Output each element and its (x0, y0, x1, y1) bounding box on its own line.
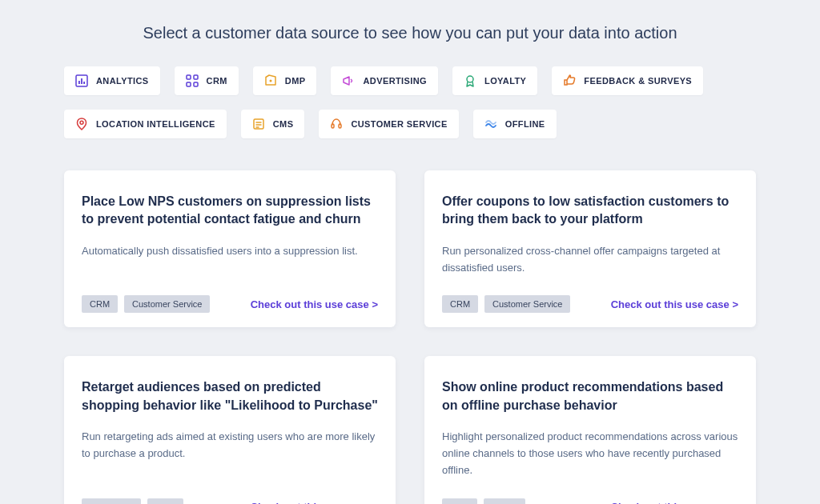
tag[interactable]: Advertising (82, 498, 141, 504)
filter-dmp[interactable]: DMP (253, 66, 317, 95)
card-description: Highlight personalized product recommend… (442, 429, 738, 478)
use-case-card: Retarget audiences based on predicted sh… (64, 356, 396, 504)
use-case-card: Place Low NPS customers on suppression l… (64, 170, 396, 327)
filter-label: OFFLINE (505, 119, 545, 129)
location-icon (75, 118, 88, 130)
svg-rect-3 (83, 82, 85, 84)
loyalty-icon (464, 74, 476, 87)
filter-offline[interactable]: OFFLINE (473, 110, 557, 138)
check-out-use-case-link[interactable]: Check out this use case > (611, 298, 738, 310)
filter-label: CRM (207, 76, 227, 86)
feedback-icon (563, 74, 576, 87)
filter-feedback-surveys[interactable]: FEEDBACK & SURVEYS (552, 66, 703, 95)
card-footer: CRMCustomer ServiceCheck out this use ca… (442, 295, 738, 313)
card-description: Automatically push dissatisfied users in… (82, 243, 378, 277)
filter-crm[interactable]: CRM (175, 66, 239, 95)
card-title: Offer coupons to low satisfaction custom… (442, 193, 738, 229)
filter-label: LOCATION INTELLIGENCE (96, 119, 215, 129)
svg-rect-13 (339, 124, 341, 128)
use-case-card: Offer coupons to low satisfaction custom… (424, 170, 756, 327)
filter-customer-service[interactable]: CUSTOMER SERVICE (319, 110, 458, 138)
tag[interactable]: CMS (147, 498, 183, 504)
tag[interactable]: CMS (442, 498, 477, 504)
filter-analytics[interactable]: ANALYTICS (64, 66, 160, 95)
tag[interactable]: Offline (484, 498, 525, 504)
svg-rect-1 (78, 81, 80, 84)
cards-grid: Place Low NPS customers on suppression l… (64, 170, 756, 504)
card-title: Retarget audiences based on predicted sh… (82, 378, 378, 414)
filter-advertising[interactable]: ADVERTISING (331, 66, 438, 95)
card-title: Show online product recommendations base… (442, 378, 738, 414)
svg-rect-12 (332, 124, 334, 128)
check-out-use-case-link[interactable]: Check out this use case > (611, 501, 738, 504)
card-title: Place Low NPS customers on suppression l… (82, 193, 378, 229)
svg-rect-6 (187, 82, 191, 86)
filter-row: ANALYTICSCRMDMPADVERTISINGLOYALTYFEEDBAC… (64, 66, 756, 138)
card-footer: AdvertisingCMSCheck out this use case > (82, 498, 378, 504)
filter-cms[interactable]: CMS (241, 110, 305, 138)
tag-row: CRMCustomer Service (442, 295, 570, 313)
svg-point-9 (467, 76, 473, 82)
svg-point-10 (80, 121, 83, 124)
tag[interactable]: CRM (82, 295, 118, 313)
filter-label: LOYALTY (484, 76, 526, 86)
card-footer: CMSOfflineCheck out this use case > (442, 498, 738, 504)
analytics-icon (75, 74, 88, 87)
filter-loyalty[interactable]: LOYALTY (452, 66, 537, 95)
tag-row: CRMCustomer Service (82, 295, 210, 313)
filter-label: DMP (285, 76, 306, 86)
tag[interactable]: CRM (442, 295, 478, 313)
card-footer: CRMCustomer ServiceCheck out this use ca… (82, 295, 378, 313)
check-out-use-case-link[interactable]: Check out this use case > (251, 501, 378, 504)
svg-point-8 (269, 80, 271, 82)
page-title: Select a customer data source to see how… (64, 24, 756, 42)
filter-label: FEEDBACK & SURVEYS (584, 76, 692, 86)
filter-label: CUSTOMER SERVICE (351, 119, 447, 129)
offline-icon (484, 118, 497, 130)
cms-icon (252, 118, 265, 130)
svg-rect-4 (187, 75, 191, 79)
filter-location-intelligence[interactable]: LOCATION INTELLIGENCE (64, 110, 227, 138)
tag-row: CMSOffline (442, 498, 525, 504)
svg-rect-5 (194, 75, 198, 79)
svg-rect-7 (194, 82, 198, 86)
filter-label: ADVERTISING (363, 76, 427, 86)
dmp-icon (264, 74, 277, 87)
check-out-use-case-link[interactable]: Check out this use case > (251, 298, 378, 310)
filter-label: ANALYTICS (96, 76, 149, 86)
filter-label: CMS (273, 119, 294, 129)
tag[interactable]: Customer Service (124, 295, 210, 313)
crm-icon (186, 74, 199, 87)
use-case-card: Show online product recommendations base… (424, 356, 756, 504)
tag-row: AdvertisingCMS (82, 498, 183, 504)
tag[interactable]: Customer Service (484, 295, 570, 313)
advertising-icon (342, 74, 355, 87)
card-description: Run personalized cross-channel offer cam… (442, 243, 738, 277)
customer-service-icon (330, 118, 343, 130)
card-description: Run retargeting ads aimed at existing us… (82, 429, 378, 478)
svg-rect-2 (81, 78, 82, 84)
